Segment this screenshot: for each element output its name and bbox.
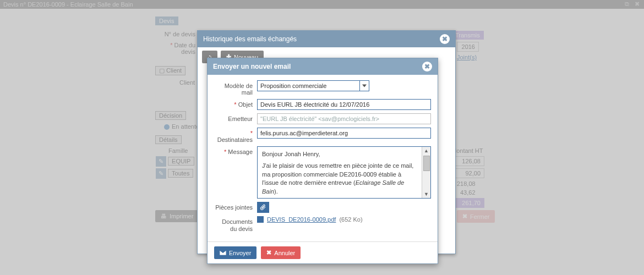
label-destinataires: Destinataires [217, 136, 253, 143]
chevron-down-icon[interactable] [359, 80, 369, 91]
message-line: Bonjour Jonah Henry, [262, 150, 417, 158]
cancel-button-label: Annuler [274, 250, 295, 256]
envelope-icon [220, 250, 226, 255]
label-modele: Modèle de mail [214, 80, 257, 96]
document-link[interactable]: DEVIS_DE2016-0009.pdf [267, 216, 336, 223]
paperclip-icon [260, 204, 266, 211]
send-button[interactable]: Envoyer [214, 246, 256, 259]
send-button-label: Envoyer [229, 250, 251, 256]
x-icon: ✖ [266, 249, 271, 256]
document-checkbox[interactable] [257, 216, 264, 223]
label-pieces-jointes: Pièces jointes [214, 202, 257, 211]
subject-input[interactable] [257, 99, 431, 110]
scrollbar[interactable]: ▲ ▼ [422, 147, 430, 198]
close-icon[interactable]: ✖ [422, 62, 432, 72]
close-icon[interactable]: ✖ [440, 34, 450, 44]
mail-template-value[interactable] [257, 80, 359, 91]
dialog-send-email: Envoyer un nouvel email ✖ Modèle de mail… [207, 58, 438, 264]
cancel-button[interactable]: ✖ Annuler [261, 246, 301, 259]
attach-button[interactable] [257, 202, 269, 213]
label-documents-devis: Documents du devis [214, 216, 257, 233]
label-message: Message [228, 148, 253, 155]
label-objet: Objet [238, 101, 253, 108]
dialog-email-history-title: Historique des emails échangés [203, 35, 297, 43]
message-editor[interactable]: Bonjour Jonah Henry, J'ai le plaisir de … [257, 146, 431, 199]
scroll-up-icon[interactable]: ▲ [424, 147, 429, 155]
message-line: J'ai le plaisir de vous remettre en pièc… [262, 162, 417, 196]
scroll-thumb[interactable] [423, 156, 430, 171]
mail-template-select[interactable] [257, 80, 431, 91]
scroll-down-icon[interactable]: ▼ [424, 190, 429, 198]
sender-input [257, 113, 431, 124]
document-size: (652 Ko) [339, 216, 362, 223]
recipients-input[interactable] [257, 128, 431, 139]
label-emetteur: Emetteur [214, 113, 257, 122]
dialog-send-email-title: Envoyer un nouvel email [213, 63, 291, 70]
